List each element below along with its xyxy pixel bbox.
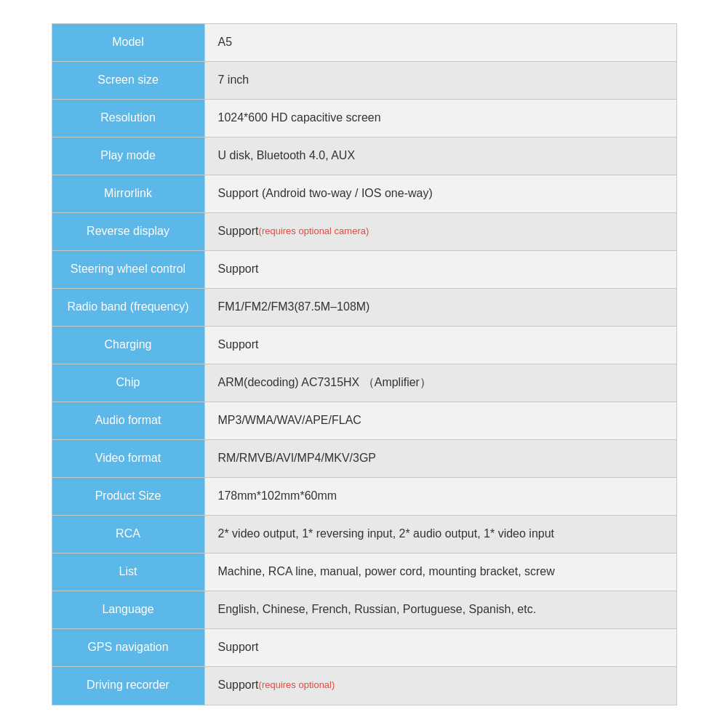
row-label: Product Size bbox=[52, 478, 205, 515]
row-value: Support(requires optional) bbox=[205, 667, 676, 705]
value-note: (requires optional camera) bbox=[259, 225, 369, 238]
row-label: List bbox=[52, 553, 205, 591]
table-row: Steering wheel controlSupport bbox=[52, 251, 676, 289]
row-label: Driving recorder bbox=[52, 667, 205, 705]
row-label: Charging bbox=[52, 327, 205, 364]
row-value: MP3/WMA/WAV/APE/FLAC bbox=[205, 402, 676, 439]
row-value: English, Chinese, French, Russian, Portu… bbox=[205, 591, 676, 628]
table-row: Screen size7 inch bbox=[52, 62, 676, 100]
table-row: Resolution1024*600 HD capacitive screen bbox=[52, 100, 676, 137]
row-value: Support bbox=[205, 629, 676, 666]
row-label: Mirrorlink bbox=[52, 175, 205, 212]
table-row: Play modeU disk, Bluetooth 4.0, AUX bbox=[52, 137, 676, 175]
row-value: Support bbox=[205, 327, 676, 364]
specs-table: ModelA5Screen size7 inchResolution1024*6… bbox=[52, 23, 677, 705]
row-label: GPS navigation bbox=[52, 629, 205, 666]
table-row: ListMachine, RCA line, manual, power cor… bbox=[52, 553, 676, 591]
row-value: Support(requires optional camera) bbox=[205, 213, 676, 250]
table-row: Driving recorderSupport(requires optiona… bbox=[52, 667, 676, 705]
table-row: LanguageEnglish, Chinese, French, Russia… bbox=[52, 591, 676, 629]
value-text: Support bbox=[218, 677, 259, 693]
row-label: Play mode bbox=[52, 137, 205, 175]
row-label: Screen size bbox=[52, 62, 205, 99]
row-value: A5 bbox=[205, 24, 676, 61]
row-label: Resolution bbox=[52, 100, 205, 137]
table-row: Product Size178mm*102mm*60mm bbox=[52, 478, 676, 516]
row-value: U disk, Bluetooth 4.0, AUX bbox=[205, 137, 676, 175]
row-label: Radio band (frequency) bbox=[52, 289, 205, 326]
row-label: Chip bbox=[52, 364, 205, 401]
table-row: ChargingSupport bbox=[52, 327, 676, 364]
row-label: Model bbox=[52, 24, 205, 61]
table-row: Video formatRM/RMVB/AVI/MP4/MKV/3GP bbox=[52, 440, 676, 478]
table-row: ModelA5 bbox=[52, 24, 676, 62]
row-label: Reverse display bbox=[52, 213, 205, 250]
table-row: Reverse displaySupport(requires optional… bbox=[52, 213, 676, 251]
row-label: Language bbox=[52, 591, 205, 628]
table-row: RCA2* video output, 1* reversing input, … bbox=[52, 516, 676, 553]
row-label: Steering wheel control bbox=[52, 251, 205, 288]
row-value: ARM(decoding) AC7315HX （Amplifier） bbox=[205, 364, 676, 401]
table-row: ChipARM(decoding) AC7315HX （Amplifier） bbox=[52, 364, 676, 402]
value-text: Support bbox=[218, 223, 259, 239]
table-row: GPS navigationSupport bbox=[52, 629, 676, 667]
row-value: Support (Android two-way / IOS one-way) bbox=[205, 175, 676, 212]
row-value: 7 inch bbox=[205, 62, 676, 99]
row-value: FM1/FM2/FM3(87.5M–108M) bbox=[205, 289, 676, 326]
row-value: Machine, RCA line, manual, power cord, m… bbox=[205, 553, 676, 591]
row-value: 178mm*102mm*60mm bbox=[205, 478, 676, 515]
value-note: (requires optional) bbox=[259, 679, 335, 692]
row-value: RM/RMVB/AVI/MP4/MKV/3GP bbox=[205, 440, 676, 477]
row-value: 1024*600 HD capacitive screen bbox=[205, 100, 676, 137]
row-label: RCA bbox=[52, 516, 205, 553]
table-row: Audio formatMP3/WMA/WAV/APE/FLAC bbox=[52, 402, 676, 440]
row-label: Audio format bbox=[52, 402, 205, 439]
table-row: Radio band (frequency)FM1/FM2/FM3(87.5M–… bbox=[52, 289, 676, 327]
row-value: 2* video output, 1* reversing input, 2* … bbox=[205, 516, 676, 553]
table-row: MirrorlinkSupport (Android two-way / IOS… bbox=[52, 175, 676, 213]
row-label: Video format bbox=[52, 440, 205, 477]
row-value: Support bbox=[205, 251, 676, 288]
